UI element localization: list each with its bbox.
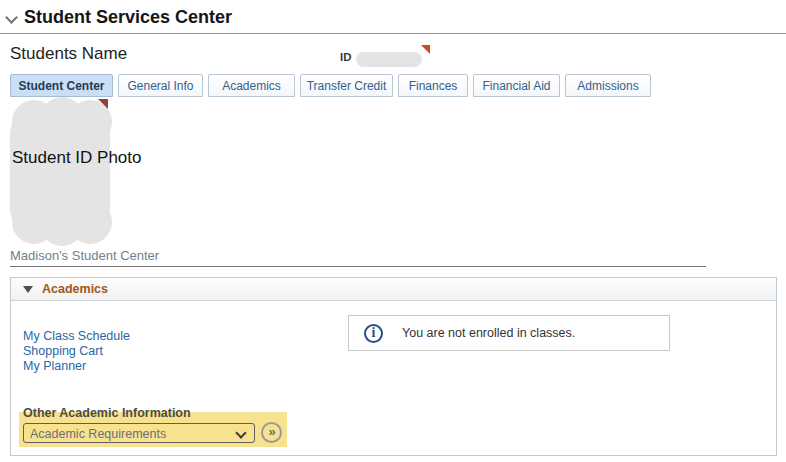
student-photo-redacted: [10, 100, 110, 243]
student-services-center-page: Student Services Center Students Name ID…: [0, 0, 786, 462]
page-header: Student Services Center: [0, 5, 786, 31]
info-icon: i: [364, 324, 383, 343]
student-id-redacted: [356, 52, 422, 67]
page-title: Student Services Center: [24, 7, 232, 28]
collapse-triangle-icon[interactable]: [23, 286, 33, 293]
academics-links: My Class Schedule Shopping Cart My Plann…: [23, 329, 130, 374]
tab-transfer-credit[interactable]: Transfer Credit: [300, 74, 393, 97]
student-name: Students Name: [10, 44, 127, 64]
academics-section-header: Academics: [11, 278, 776, 301]
other-academic-information-label: Other Academic Information: [23, 406, 191, 420]
subtitle-divider: [10, 266, 706, 267]
double-chevron-right-icon: »: [268, 425, 275, 438]
tab-finances[interactable]: Finances: [398, 74, 468, 97]
tab-admissions[interactable]: Admissions: [565, 74, 651, 97]
go-button[interactable]: »: [261, 422, 282, 443]
tab-general-info[interactable]: General Info: [118, 74, 203, 97]
chevron-down-icon[interactable]: [7, 13, 16, 22]
header-divider: [0, 33, 786, 34]
redaction-corner-icon: [421, 45, 430, 54]
chevron-down-icon: [237, 429, 245, 437]
tab-student-center[interactable]: Student Center: [10, 74, 113, 97]
other-academic-information-select[interactable]: Academic Requirements: [23, 423, 255, 443]
enrollment-info-message: You are not enrolled in classes.: [402, 326, 575, 340]
tab-financial-aid[interactable]: Financial Aid: [473, 74, 560, 97]
tab-academics[interactable]: Academics: [208, 74, 295, 97]
selected-option: Academic Requirements: [30, 427, 166, 441]
link-shopping-cart[interactable]: Shopping Cart: [23, 344, 130, 359]
academics-section: Academics My Class Schedule Shopping Car…: [10, 277, 777, 456]
student-center-subtitle: Madison's Student Center: [10, 248, 159, 263]
academics-section-body: My Class Schedule Shopping Cart My Plann…: [11, 301, 776, 456]
student-photo-label: Student ID Photo: [12, 148, 141, 168]
link-my-class-schedule[interactable]: My Class Schedule: [23, 329, 130, 344]
enrollment-info-box: i You are not enrolled in classes.: [348, 315, 670, 351]
redaction-corner-icon: [98, 99, 108, 109]
student-id-label: ID: [340, 51, 352, 63]
tab-bar: Student Center General Info Academics Tr…: [10, 74, 651, 97]
academics-section-title: Academics: [42, 282, 108, 296]
link-my-planner[interactable]: My Planner: [23, 359, 130, 374]
